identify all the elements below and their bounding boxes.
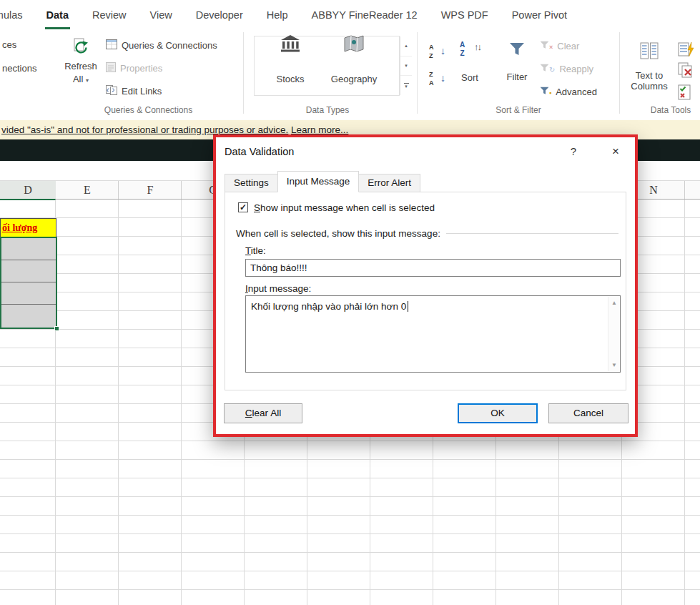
- stocks-data-type[interactable]: Stocks: [265, 31, 316, 86]
- ribbon-tab-formulas[interactable]: rmulas: [0, 0, 24, 29]
- gallery-up-button[interactable]: ▴: [400, 36, 412, 56]
- dialog-tab-strip: Settings Input Message Error Alert: [225, 173, 420, 192]
- data-validation-icon: [678, 92, 695, 103]
- selected-cell[interactable]: [1, 305, 56, 326]
- sort-descending-button[interactable]: ZA ↓: [428, 70, 446, 89]
- flash-fill-button[interactable]: [678, 41, 695, 60]
- input-message-field-label: Input message:: [245, 283, 311, 294]
- gallery-more-button[interactable]: ▾: [400, 76, 412, 95]
- advanced-filter-icon: ▪: [540, 87, 551, 97]
- properties-label: Properties: [120, 63, 162, 74]
- ok-button[interactable]: OK: [458, 403, 538, 423]
- caption-divider: [446, 233, 618, 234]
- clear-all-button[interactable]: Clear All: [224, 403, 302, 423]
- ribbon-tab-abbyy[interactable]: ABBYY FineReader 12: [310, 0, 419, 29]
- title-field-label: Title:: [245, 245, 266, 256]
- flash-fill-icon: [678, 49, 695, 60]
- ribbon-tab-wps-pdf[interactable]: WPS PDF: [440, 0, 490, 29]
- ribbon-tab-bar: rmulas Data Review View Developer Help A…: [0, 0, 700, 29]
- title-input[interactable]: Thông báo!!!!: [245, 259, 621, 277]
- refresh-all-dropdown[interactable]: All ▾: [61, 74, 100, 84]
- selected-cell[interactable]: [1, 238, 56, 260]
- truncated-recent-sources-button[interactable]: ces: [2, 39, 16, 50]
- text-caret: [408, 301, 408, 312]
- section-caption-row: When cell is selected, show this input m…: [236, 228, 618, 239]
- remove-duplicates-button[interactable]: [678, 62, 695, 82]
- ribbon-tab-help[interactable]: Help: [265, 0, 290, 29]
- stocks-label: Stocks: [276, 74, 304, 84]
- reapply-icon: ↻: [540, 64, 555, 74]
- tab-settings[interactable]: Settings: [225, 174, 278, 192]
- advanced-filter-button[interactable]: ▪ Advanced: [540, 86, 597, 97]
- text-to-columns-button[interactable]: Text to Columns: [629, 38, 669, 105]
- learn-more-link[interactable]: Learn more...: [291, 124, 348, 135]
- gallery-scrollbar: ▴ ▾ ▾: [400, 36, 412, 95]
- sort-ascending-button[interactable]: AZ ↓: [428, 43, 446, 62]
- ribbon-tab-developer[interactable]: Developer: [194, 0, 245, 29]
- sort-button[interactable]: AZ ↑↓ Sort: [455, 39, 485, 105]
- refresh-all-label: All: [73, 74, 83, 84]
- sort-az-arrow-icon: ↓: [440, 45, 445, 56]
- section-caption: When cell is selected, show this input m…: [236, 228, 440, 239]
- filter-button[interactable]: Filter: [501, 39, 533, 105]
- group-label-data-tools: Data Tools: [644, 105, 698, 115]
- selected-cell[interactable]: [1, 260, 56, 282]
- scroll-up-icon[interactable]: ▲: [608, 300, 620, 306]
- edit-links-button[interactable]: Edit Links: [106, 84, 162, 97]
- group-label-data-types: Data Types: [255, 105, 400, 115]
- group-label-sort-filter: Sort & Filter: [422, 105, 615, 115]
- ribbon-tab-power-pivot[interactable]: Power Pivot: [511, 0, 568, 29]
- data-validation-button[interactable]: [678, 84, 695, 103]
- refresh-all-button[interactable]: Refresh All ▾: [61, 35, 100, 115]
- queries-connections-button[interactable]: Queries & Connections: [106, 39, 217, 51]
- ribbon-tab-data[interactable]: Data: [45, 0, 70, 29]
- geography-data-type[interactable]: Geography: [323, 31, 385, 86]
- dialog-close-button[interactable]: ×: [605, 137, 626, 166]
- queries-connections-icon: [106, 39, 117, 51]
- dialog-help-button[interactable]: ?: [563, 137, 583, 166]
- cancel-button[interactable]: Cancel: [548, 403, 628, 423]
- selected-cell[interactable]: [1, 282, 56, 305]
- cancel-label: Cancel: [573, 408, 603, 418]
- refresh-label: Refresh: [61, 61, 100, 72]
- remove-duplicates-icon: [678, 71, 695, 82]
- selected-range[interactable]: [0, 237, 57, 329]
- sort-label: Sort: [455, 72, 485, 83]
- show-input-message-checkbox-label[interactable]: Show input message when cell is selected: [254, 202, 435, 214]
- input-message-textarea[interactable]: Khối lượng nhập vào phải lớn hơn 0 ▲ ▼: [245, 295, 621, 373]
- group-label-queries-connections: Queries & Connections: [61, 105, 236, 115]
- tab-error-alert[interactable]: Error Alert: [358, 174, 420, 192]
- sort-az-icon: AZ: [429, 43, 434, 60]
- ribbon-tab-review[interactable]: Review: [91, 0, 128, 29]
- scroll-down-icon[interactable]: ▼: [608, 362, 620, 368]
- data-validation-dialog: Data Validation ? × Settings Input Messa…: [216, 137, 635, 434]
- filter-label: Filter: [501, 72, 533, 82]
- tab-input-message[interactable]: Input Message: [277, 171, 360, 192]
- column-header-e[interactable]: E: [56, 181, 119, 200]
- properties-button: Properties: [106, 62, 162, 74]
- fill-handle[interactable]: [54, 326, 59, 331]
- stocks-icon: [280, 34, 301, 55]
- text-to-columns-icon: [640, 42, 659, 62]
- textarea-scrollbar[interactable]: ▲ ▼: [608, 297, 619, 371]
- truncated-existing-connections-button[interactable]: nections: [2, 63, 36, 74]
- chevron-down-icon: ▾: [86, 77, 89, 84]
- sort-za-arrow-icon: ↓: [440, 72, 445, 84]
- show-input-message-checkbox[interactable]: ✓: [238, 202, 248, 212]
- disclaimer-text: vided "as-is" and not for professional o…: [1, 124, 288, 135]
- ribbon-tab-view[interactable]: View: [149, 0, 174, 29]
- header-cell-khoi-luong[interactable]: ối lượng: [0, 218, 56, 237]
- column-header-f[interactable]: F: [119, 181, 182, 200]
- filter-funnel-icon: [509, 42, 525, 59]
- geography-label: Geography: [331, 74, 377, 84]
- gallery-down-button[interactable]: ▾: [400, 56, 412, 77]
- sort-dialog-icon: AZ ↑↓: [459, 41, 480, 59]
- clear-all-label: Clear All: [245, 404, 281, 423]
- gallery-more-arrow-icon: ▾: [405, 85, 408, 88]
- queries-connections-label: Queries & Connections: [122, 40, 217, 51]
- input-message-text: Khối lượng nhập vào phải lớn hơn 0: [251, 300, 603, 313]
- gallery-down-icon: ▾: [405, 63, 408, 69]
- clear-filter-icon: ×: [540, 41, 553, 51]
- column-header-d[interactable]: D: [0, 181, 56, 200]
- group-separator: [243, 32, 244, 114]
